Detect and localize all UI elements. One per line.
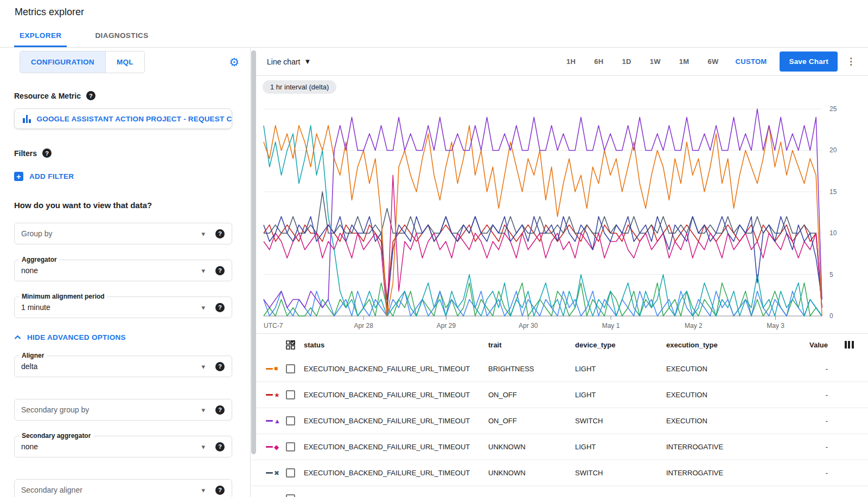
help-icon[interactable]: ? bbox=[215, 486, 225, 495]
series-marker: ▲ bbox=[266, 418, 286, 424]
series-line-swatch bbox=[266, 368, 273, 370]
range-1m-button[interactable]: 1M bbox=[670, 57, 699, 66]
row-checkbox[interactable] bbox=[286, 468, 295, 477]
chevron-down-icon: ▾ bbox=[201, 267, 205, 275]
cell-execution-type: EXECUTION bbox=[666, 417, 775, 425]
row-checkbox[interactable] bbox=[286, 416, 295, 425]
select-series-icon[interactable] bbox=[286, 340, 295, 350]
series-marker: ◆ bbox=[266, 444, 286, 450]
cell-device-type: SWITCH bbox=[575, 417, 666, 425]
hide-advanced-options-button[interactable]: HIDE ADVANCED OPTIONS bbox=[14, 333, 232, 341]
help-icon[interactable]: ? bbox=[215, 266, 225, 275]
view-data-heading: How do you want to view that data? bbox=[14, 201, 232, 210]
cell-status: EXECUTION_BACKEND_FAILURE_URL_TIMEOUT bbox=[304, 443, 488, 451]
secondary-aggregator-label: Secondary aggregator bbox=[19, 432, 93, 440]
column-settings-icon[interactable] bbox=[845, 341, 854, 348]
resource-metric-chip-label: GOOGLE ASSISTANT ACTION PROJECT - REQUES… bbox=[37, 115, 233, 123]
help-icon[interactable]: ? bbox=[215, 229, 225, 238]
filters-label: Filters bbox=[14, 149, 37, 158]
aligner-label: Aligner bbox=[19, 352, 47, 359]
tab-diagnostics[interactable]: DIAGNOSTICS bbox=[90, 24, 154, 47]
configuration-tab[interactable]: CONFIGURATION bbox=[20, 51, 105, 73]
help-icon[interactable]: ? bbox=[215, 303, 225, 312]
interval-chip: 1 hr interval (delta) bbox=[263, 80, 336, 94]
line-chart-svg[interactable]: 0510152025Apr 28Apr 29Apr 30May 1May 2Ma… bbox=[258, 95, 860, 333]
square-marker-icon: ■ bbox=[274, 365, 278, 372]
help-icon[interactable]: ? bbox=[215, 442, 225, 451]
range-1d-button[interactable]: 1D bbox=[612, 57, 640, 66]
custom-range-button[interactable]: CUSTOM bbox=[736, 57, 767, 66]
row-checkbox[interactable] bbox=[286, 494, 295, 497]
aligner-field[interactable]: Aligner delta ▾? bbox=[14, 356, 232, 377]
series-marker: ■ bbox=[266, 365, 286, 372]
hide-advanced-options-label: HIDE ADVANCED OPTIONS bbox=[27, 333, 126, 341]
svg-text:Apr 29: Apr 29 bbox=[437, 322, 456, 330]
resource-metric-chip[interactable]: GOOGLE ASSISTANT ACTION PROJECT - REQUES… bbox=[14, 108, 232, 129]
series-line-swatch bbox=[266, 446, 273, 448]
resource-metric-label: Resource & Metric bbox=[14, 92, 81, 100]
cell-execution-type: EXECUTION bbox=[666, 391, 775, 399]
min-alignment-field[interactable]: Minimum alignment period 1 minute ▾? bbox=[14, 296, 232, 318]
chevron-down-icon: ▾ bbox=[201, 443, 205, 451]
chart-toolbar: Line chart ▼ 1H 6H 1D 1W 1M 6W CUSTOM Sa… bbox=[251, 48, 868, 76]
range-1h-button[interactable]: 1H bbox=[557, 57, 585, 66]
secondary-aligner-field[interactable]: Secondary aligner ▾? bbox=[14, 479, 232, 497]
row-checkbox[interactable] bbox=[286, 442, 295, 451]
range-6w-button[interactable]: 6W bbox=[698, 57, 727, 66]
cell-status: EXECUTION_BACKEND_FAILURE_URL_TIMEOUT bbox=[304, 469, 488, 477]
row-checkbox[interactable] bbox=[286, 364, 295, 373]
header-execution-type[interactable]: execution_type bbox=[666, 341, 775, 349]
save-chart-button[interactable]: Save Chart bbox=[780, 51, 838, 72]
chart-type-dropdown[interactable]: Line chart ▼ bbox=[267, 57, 311, 66]
checkbox-cell bbox=[286, 442, 304, 451]
help-icon[interactable]: ? bbox=[215, 362, 225, 371]
range-6h-button[interactable]: 6H bbox=[585, 57, 612, 66]
add-filter-label: ADD FILTER bbox=[29, 172, 74, 180]
tab-explorer[interactable]: EXPLORER bbox=[14, 24, 67, 47]
aligner-value: delta bbox=[21, 362, 37, 371]
group-by-field[interactable]: Group by ▾? bbox=[14, 223, 232, 244]
configuration-sidebar: CONFIGURATION MQL ⚙ Resource & Metric ? … bbox=[0, 48, 251, 497]
cell-device-type: LIGHT bbox=[575, 443, 666, 451]
header-device-type[interactable]: device_type bbox=[575, 341, 666, 349]
add-filter-button[interactable]: + ADD FILTER bbox=[14, 172, 232, 181]
settings-gear-icon[interactable]: ⚙ bbox=[229, 56, 239, 68]
range-1w-button[interactable]: 1W bbox=[641, 57, 670, 66]
secondary-aggregator-field[interactable]: Secondary aggregator none ▾? bbox=[14, 436, 232, 457]
secondary-aggregator-value: none bbox=[21, 442, 38, 451]
chevron-down-icon: ▾ bbox=[201, 486, 205, 494]
series-line-swatch bbox=[266, 394, 273, 396]
cell-trait: BRIGHTNESS bbox=[488, 365, 575, 373]
chevron-down-icon: ▾ bbox=[201, 304, 205, 312]
cell-value: - bbox=[775, 417, 830, 425]
vertical-scrollbar[interactable] bbox=[251, 50, 256, 454]
svg-text:15: 15 bbox=[829, 188, 837, 196]
cell-device-type: LIGHT bbox=[575, 391, 666, 399]
table-row: ✖EXECUTION_BACKEND_FAILURE_URL_TIMEOUTUN… bbox=[251, 460, 868, 486]
help-icon[interactable]: ? bbox=[215, 405, 225, 415]
aggregator-field[interactable]: Aggregator none ▾? bbox=[14, 260, 232, 281]
help-icon[interactable]: ? bbox=[86, 91, 95, 100]
table-row: ■EXECUTION_BACKEND_FAILURE_URL_TIMEOUTBR… bbox=[251, 356, 868, 382]
cell-value: - bbox=[775, 391, 830, 399]
svg-text:0: 0 bbox=[829, 312, 833, 320]
more-options-kebab-icon[interactable]: ⋮ bbox=[846, 59, 855, 64]
svg-text:5: 5 bbox=[829, 271, 833, 279]
secondary-group-by-field[interactable]: Secondary group by ▾? bbox=[14, 399, 232, 421]
series-marker: ★ bbox=[266, 392, 286, 398]
cell-status: EXECUTION_BACKEND_FAILURE_URL_TIMEOUT bbox=[304, 365, 488, 373]
row-checkbox[interactable] bbox=[286, 390, 295, 399]
header-trait[interactable]: trait bbox=[488, 341, 575, 349]
cell-trait: UNKNOWN bbox=[488, 469, 575, 477]
secondary-aligner-placeholder: Secondary aligner bbox=[21, 486, 82, 494]
checkbox-cell bbox=[286, 468, 304, 477]
page-title: Metrics explorer bbox=[0, 0, 868, 24]
header-value[interactable]: Value bbox=[775, 341, 830, 349]
header-status[interactable]: status bbox=[304, 341, 488, 349]
help-icon[interactable]: ? bbox=[42, 149, 52, 158]
svg-text:UTC-7: UTC-7 bbox=[264, 322, 283, 330]
cell-trait: ON_OFF bbox=[488, 391, 575, 399]
mql-tab[interactable]: MQL bbox=[105, 51, 144, 73]
cell-status: EXECUTION_BACKEND_FAILURE_URL_TIMEOUT bbox=[304, 391, 488, 399]
svg-text:25: 25 bbox=[829, 105, 837, 113]
